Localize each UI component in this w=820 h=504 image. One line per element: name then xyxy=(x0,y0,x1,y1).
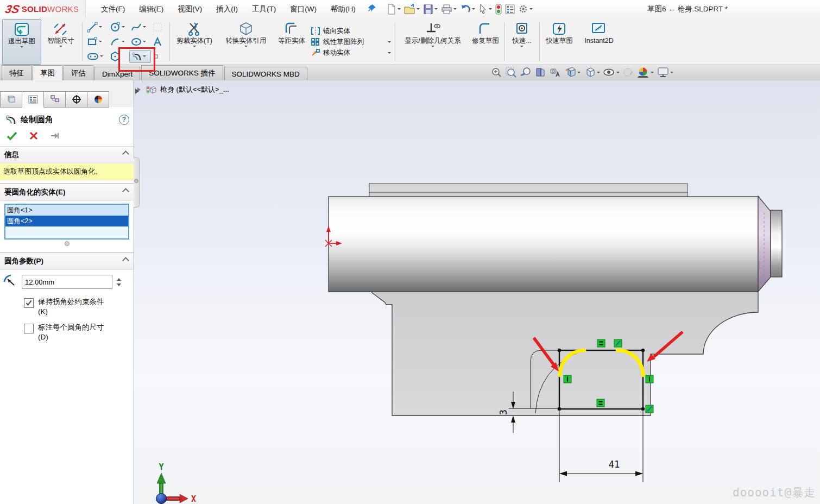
settings-gear-icon[interactable] xyxy=(518,3,533,15)
display-relations-button[interactable]: 显示/删除几何关系 xyxy=(397,19,469,65)
featuremanager-tree-tab[interactable] xyxy=(0,91,22,108)
slot-tool[interactable] xyxy=(85,52,108,61)
print-button[interactable] xyxy=(440,3,457,15)
tab-sketch[interactable]: 草图 xyxy=(33,65,62,80)
graphics-viewport[interactable]: 枪身 (默认<<默认>_... xyxy=(134,80,820,504)
menu-view[interactable]: 视图(V) xyxy=(178,4,202,14)
line-tool[interactable] xyxy=(85,22,108,33)
repair-sketch-button[interactable]: 修复草图 xyxy=(469,19,502,65)
panel-tabs xyxy=(0,80,134,107)
linear-pattern-button[interactable]: 线性草图阵列 xyxy=(311,37,391,47)
view-settings-icon[interactable] xyxy=(657,66,673,78)
sketch-picture-tool[interactable] xyxy=(151,22,167,32)
propertymanager-tab[interactable] xyxy=(22,91,44,108)
dimension-41-text[interactable]: 41 xyxy=(609,459,620,470)
display-relations-icon xyxy=(425,21,441,37)
point-tool[interactable] xyxy=(151,53,167,60)
model-canvas[interactable]: 41 3 xyxy=(134,80,820,504)
convert-entities-button[interactable]: 转换实体引用 xyxy=(217,19,275,65)
cancel-button[interactable] xyxy=(29,131,38,140)
relation-parallel-bottom[interactable] xyxy=(646,405,653,413)
dimension-each-checkbox-unchecked[interactable] xyxy=(24,324,34,333)
previous-view-icon[interactable] xyxy=(520,66,532,78)
offset-entities-button[interactable]: 等距实体 xyxy=(275,19,308,65)
entities-group-header[interactable]: 要圆角化的实体(E) xyxy=(0,184,134,201)
offset-entities-label: 等距实体 xyxy=(278,37,305,45)
text-tool[interactable] xyxy=(151,37,167,47)
zoom-fit-icon[interactable] xyxy=(490,66,502,78)
undo-button[interactable] xyxy=(459,3,476,15)
sketch-fillet-tool[interactable] xyxy=(129,50,151,63)
pin-menu-icon[interactable] xyxy=(368,4,376,14)
instant2d-button[interactable]: Instant2D xyxy=(577,19,621,65)
fillet-params-group-header[interactable]: 圆角参数(P) xyxy=(0,253,134,270)
new-file-button[interactable] xyxy=(386,3,401,15)
quick-snaps-button[interactable]: 快速... xyxy=(506,19,538,65)
relation-parallel-top[interactable] xyxy=(614,339,622,347)
help-icon[interactable]: ? xyxy=(119,115,129,125)
instant2d-label: Instant2D xyxy=(584,37,614,45)
list-resize-handle[interactable] xyxy=(65,241,70,246)
panel-expand-arrow[interactable] xyxy=(135,89,142,94)
tab-dimxpert[interactable]: DimXpert xyxy=(94,67,140,80)
open-file-button[interactable] xyxy=(403,3,420,15)
apply-scene-icon[interactable] xyxy=(637,66,654,78)
trim-entities-button[interactable]: 剪裁实体(T) xyxy=(172,19,217,65)
list-item-fillet-2-selected[interactable]: 圆角<2> xyxy=(5,216,128,226)
relation-vertical-right[interactable] xyxy=(646,375,653,383)
menu-help[interactable]: 帮助(H) xyxy=(331,4,356,14)
model-muzzle-tip[interactable] xyxy=(771,210,782,277)
view-annotations-icon[interactable] xyxy=(549,66,561,78)
keep-constraints-checkbox-checked[interactable] xyxy=(24,298,34,308)
smart-dimension-button[interactable]: 智能尺寸 xyxy=(41,19,80,65)
entities-to-fillet-list[interactable]: 圆角<1> 圆角<2> xyxy=(4,204,129,240)
dimension-3-text[interactable]: 3 xyxy=(498,410,509,415)
tab-evaluate[interactable]: 评估 xyxy=(64,65,93,80)
ok-button[interactable] xyxy=(7,131,17,141)
model-lower-receiver[interactable] xyxy=(372,281,758,415)
tab-features[interactable]: 特征 xyxy=(2,65,31,80)
circle-tool[interactable] xyxy=(108,22,130,33)
polygon-tool[interactable] xyxy=(108,51,130,62)
list-item-fillet-1[interactable]: 圆角<1> xyxy=(5,205,128,216)
mirror-entities-button[interactable]: 镜向实体 xyxy=(311,27,391,36)
hide-show-items-icon[interactable] xyxy=(603,66,620,78)
tab-solidworks-addins[interactable]: SOLIDWORKS 插件 xyxy=(141,65,223,80)
panel-splitter[interactable] xyxy=(134,158,140,207)
pin-button[interactable] xyxy=(50,131,61,140)
edit-appearance-icon[interactable] xyxy=(622,66,634,78)
menu-file[interactable]: 文件(F) xyxy=(101,4,125,14)
save-button[interactable] xyxy=(422,3,438,15)
zoom-area-icon[interactable] xyxy=(505,66,517,78)
section-view-icon[interactable] xyxy=(534,66,546,78)
exit-sketch-button[interactable]: 退出草图 xyxy=(2,19,41,65)
display-style-icon[interactable] xyxy=(583,66,600,78)
model-top-rail-upper[interactable] xyxy=(369,184,687,192)
menu-insert[interactable]: 插入(I) xyxy=(216,4,238,14)
rectangle-tool[interactable] xyxy=(85,36,108,47)
relation-horizontal-top[interactable] xyxy=(597,339,605,347)
dimension-41[interactable] xyxy=(559,411,643,482)
menu-edit[interactable]: 编辑(E) xyxy=(139,4,163,14)
menu-tools[interactable]: 工具(T) xyxy=(252,4,276,14)
arc-tool[interactable] xyxy=(108,36,130,47)
displaymanager-tab[interactable] xyxy=(87,91,109,108)
configurationmanager-tab[interactable] xyxy=(44,91,66,108)
spline-tool[interactable] xyxy=(129,22,151,33)
model-barrel-cylinder[interactable] xyxy=(329,197,758,292)
menu-window[interactable]: 窗口(W) xyxy=(290,4,317,14)
move-entities-button[interactable]: 移动实体 xyxy=(311,48,391,58)
relation-vertical-left[interactable] xyxy=(564,375,571,383)
view-orientation-icon[interactable] xyxy=(564,66,581,78)
fillet-radius-input[interactable] xyxy=(22,275,112,289)
dimxpertmanager-tab[interactable] xyxy=(66,91,87,108)
info-group-header[interactable]: 信息 xyxy=(0,147,134,163)
rebuild-traffic-light-icon[interactable] xyxy=(495,3,502,15)
select-cursor-button[interactable] xyxy=(478,3,493,15)
options-list-icon[interactable] xyxy=(504,4,515,15)
tab-solidworks-mbd[interactable]: SOLIDWORKS MBD xyxy=(224,67,307,80)
rapid-sketch-button[interactable]: 快速草图 xyxy=(541,19,577,65)
ellipse-tool[interactable] xyxy=(129,36,151,47)
radius-spinner[interactable] xyxy=(117,276,121,288)
relation-horizontal-bottom[interactable] xyxy=(597,399,604,407)
